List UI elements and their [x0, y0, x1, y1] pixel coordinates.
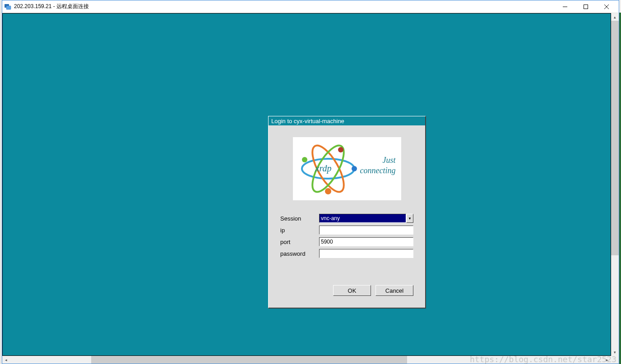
xrdp-logo-text: xrdp: [315, 163, 332, 174]
dialog-body: xrdp Just connecting Session vnc-any ▼: [269, 125, 425, 308]
hscroll-thumb[interactable]: [91, 356, 407, 364]
session-select-value: vnc-any: [319, 214, 406, 223]
session-row: Session vnc-any ▼: [280, 214, 413, 223]
window-title: 202.203.159.21 - 远程桌面连接: [14, 3, 555, 10]
port-label: port: [280, 239, 319, 245]
password-label: password: [280, 250, 319, 257]
svg-rect-3: [584, 5, 588, 9]
ip-label: ip: [280, 227, 319, 234]
xrdp-slogan: Just connecting: [360, 155, 396, 176]
ip-row: ip: [280, 226, 413, 235]
title-bar[interactable]: 202.203.159.21 - 远程桌面连接: [2, 0, 619, 13]
scroll-right-icon[interactable]: ▸: [603, 356, 611, 364]
password-field[interactable]: [319, 249, 413, 258]
scroll-left-icon[interactable]: ◂: [2, 356, 10, 364]
ip-field[interactable]: [319, 226, 413, 235]
xrdp-login-dialog: Login to cyx-virtual-machine: [268, 116, 426, 309]
maximize-button[interactable]: [575, 0, 596, 13]
vscroll-thumb[interactable]: [611, 21, 619, 255]
background-window-edge: [619, 13, 621, 364]
slogan-line2: connecting: [360, 166, 396, 176]
cancel-button[interactable]: Cancel: [375, 285, 413, 296]
rdp-window: 202.203.159.21 - 远程桌面连接 Login to cyx-vir…: [2, 0, 619, 364]
port-row: port: [280, 237, 413, 246]
vertical-scrollbar[interactable]: ▴ ▾: [611, 13, 619, 356]
horizontal-scrollbar[interactable]: ◂ ▸: [2, 356, 619, 364]
dialog-title: Login to cyx-virtual-machine: [271, 118, 344, 124]
session-label: Session: [280, 215, 319, 222]
minimize-button[interactable]: [555, 0, 575, 13]
rdp-app-icon: [4, 3, 11, 10]
dialog-buttons: OK Cancel: [280, 285, 413, 296]
session-select[interactable]: vnc-any ▼: [319, 214, 413, 223]
scroll-corner: [611, 356, 619, 364]
close-button[interactable]: [596, 0, 617, 13]
slogan-line1: Just: [360, 155, 396, 166]
content-area: Login to cyx-virtual-machine: [2, 13, 619, 356]
chevron-down-icon[interactable]: ▼: [406, 214, 413, 223]
svg-point-12: [302, 157, 307, 162]
xrdp-logo-area: xrdp Just connecting: [293, 137, 401, 200]
svg-point-9: [352, 166, 357, 171]
ok-button[interactable]: OK: [333, 285, 371, 296]
remote-desktop-viewport[interactable]: Login to cyx-virtual-machine: [2, 13, 611, 356]
vscroll-track[interactable]: [611, 21, 619, 348]
scroll-up-icon[interactable]: ▴: [611, 13, 619, 21]
svg-point-11: [325, 188, 331, 194]
svg-rect-1: [6, 6, 11, 9]
port-field[interactable]: [319, 237, 413, 246]
dialog-title-bar[interactable]: Login to cyx-virtual-machine: [269, 116, 425, 125]
hscroll-track[interactable]: [10, 356, 603, 364]
password-row: password: [280, 249, 413, 258]
svg-point-10: [338, 147, 343, 152]
scroll-down-icon[interactable]: ▾: [611, 348, 619, 356]
window-controls: [555, 0, 617, 13]
